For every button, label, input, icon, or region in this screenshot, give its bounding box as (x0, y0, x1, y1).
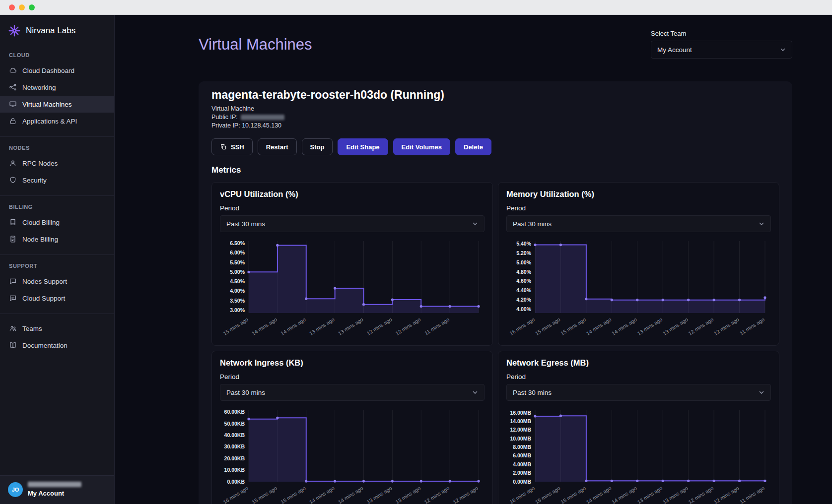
svg-text:60.00KB: 60.00KB (224, 409, 245, 415)
close-window-button[interactable] (9, 4, 15, 10)
period-select[interactable]: Past 30 mins (220, 384, 485, 401)
sidebar-item-virtual-machines[interactable]: Virtual Machines (0, 96, 114, 113)
svg-text:14 mins ago: 14 mins ago (251, 316, 278, 336)
period-select[interactable]: Past 30 mins (220, 215, 485, 232)
sidebar-item-teams[interactable]: Teams (0, 320, 114, 337)
document-icon (9, 341, 17, 349)
sidebar-item-applications-api[interactable]: Applications & API (0, 113, 114, 129)
sidebar-item-label: Virtual Machines (22, 101, 72, 108)
sidebar-item-rpc-nodes[interactable]: RPC Nodes (0, 155, 114, 172)
brand[interactable]: Nirvana Labs (0, 15, 114, 44)
sidebar-item-label: Cloud Support (22, 295, 65, 302)
copy-icon (220, 143, 227, 150)
chart-title: Memory Utilization (%) (506, 189, 771, 199)
vm-detail-panel: magenta-terabyte-rooster-h03do (Running)… (199, 81, 792, 504)
period-label: Period (506, 373, 771, 380)
shield-icon (9, 176, 17, 184)
svg-text:14 mins ago: 14 mins ago (611, 316, 638, 336)
chevron-down-icon (472, 221, 478, 227)
chevron-down-icon (759, 389, 764, 395)
delete-button[interactable]: Delete (455, 138, 491, 155)
sidebar-item-security[interactable]: Security (0, 172, 114, 189)
minimize-window-button[interactable] (19, 4, 25, 10)
private-ip-line: Private IP: 10.128.45.130 (211, 122, 779, 130)
ssh-button[interactable]: SSH (211, 138, 253, 155)
period-label: Period (506, 204, 771, 212)
svg-text:12 mins ago: 12 mins ago (452, 485, 479, 504)
chart-title: Network Ingress (KB) (220, 358, 485, 368)
svg-text:4.00MB: 4.00MB (513, 461, 531, 467)
edit-shape-button[interactable]: Edit Shape (338, 138, 388, 155)
sidebar: Nirvana Labs CLOUD Cloud Dashboard Netwo… (0, 15, 115, 504)
svg-text:12 mins ago: 12 mins ago (366, 316, 393, 336)
svg-text:3.00%: 3.00% (230, 307, 245, 313)
team-select-value: My Account (657, 46, 692, 54)
svg-text:10.00KB: 10.00KB (224, 467, 245, 473)
svg-text:50.00KB: 50.00KB (224, 421, 245, 427)
sidebar-item-documentation[interactable]: Documentation (0, 337, 114, 354)
svg-text:11 mins ago: 11 mins ago (423, 316, 450, 336)
period-select[interactable]: Past 30 mins (506, 384, 771, 401)
team-select[interactable]: My Account (651, 41, 792, 59)
svg-text:4.20%: 4.20% (516, 297, 531, 303)
chat-icon (9, 294, 17, 302)
sidebar-item-label: Node Billing (22, 236, 58, 243)
svg-text:15 mins ago: 15 mins ago (222, 316, 249, 336)
avatar: JO (8, 482, 23, 497)
period-select[interactable]: Past 30 mins (506, 215, 771, 232)
svg-text:6.50%: 6.50% (230, 240, 245, 246)
sidebar-item-label: Documentation (22, 342, 68, 349)
sidebar-item-node-billing[interactable]: Node Billing (0, 231, 114, 248)
account-label: My Account (28, 490, 81, 497)
restart-button[interactable]: Restart (258, 138, 297, 155)
svg-text:12 mins ago: 12 mins ago (713, 485, 740, 504)
svg-text:13 mins ago: 13 mins ago (636, 485, 663, 504)
network-icon (9, 83, 17, 91)
period-label: Period (220, 204, 485, 212)
chart-title: vCPU Utilization (%) (220, 189, 485, 199)
chart-title: Network Egress (MB) (506, 358, 771, 368)
account-menu[interactable]: JO My Account (0, 475, 114, 504)
svg-text:12 mins ago: 12 mins ago (687, 316, 714, 336)
svg-text:11 mins ago: 11 mins ago (739, 316, 765, 336)
svg-text:4.40%: 4.40% (516, 287, 531, 293)
svg-text:14 mins ago: 14 mins ago (279, 316, 307, 336)
chart-card-ingress: Network Ingress (KB) Period Past 30 mins… (211, 351, 493, 504)
sidebar-item-label: Cloud Dashboard (22, 67, 74, 74)
sidebar-item-nodes-support[interactable]: Nodes Support (0, 273, 114, 290)
svg-text:13 mins ago: 13 mins ago (662, 316, 689, 336)
sidebar-item-networking[interactable]: Networking (0, 79, 114, 96)
stop-button[interactable]: Stop (302, 138, 333, 155)
sidebar-item-label: Nodes Support (22, 278, 67, 285)
chart-canvas-vcpu: 6.50%6.00%5.50%5.00%4.50%4.00%3.50%3.00%… (220, 237, 485, 338)
sidebar-item-cloud-billing[interactable]: Cloud Billing (0, 214, 114, 231)
public-ip-label: Public IP: (211, 113, 238, 122)
section-label-support: SUPPORT (0, 255, 114, 273)
vm-name-heading: magenta-terabyte-rooster-h03do (Running) (211, 88, 779, 102)
svg-text:0.00MB: 0.00MB (513, 479, 531, 485)
svg-text:16.00MB: 16.00MB (510, 410, 531, 416)
svg-text:6.00MB: 6.00MB (513, 452, 531, 458)
svg-text:16 mins ago: 16 mins ago (508, 485, 536, 504)
svg-text:14 mins ago: 14 mins ago (585, 485, 613, 504)
maximize-window-button[interactable] (29, 4, 35, 10)
lock-icon (9, 117, 17, 125)
svg-text:4.80%: 4.80% (516, 269, 531, 275)
svg-text:14 mins ago: 14 mins ago (337, 485, 364, 504)
cloud-icon (9, 66, 17, 74)
receipt-icon (9, 235, 17, 243)
svg-text:13 mins ago: 13 mins ago (636, 316, 663, 336)
edit-volumes-button[interactable]: Edit Volumes (393, 138, 450, 155)
book-icon (9, 218, 17, 226)
sidebar-item-cloud-support[interactable]: Cloud Support (0, 290, 114, 307)
svg-text:40.00KB: 40.00KB (224, 432, 245, 438)
svg-text:12 mins ago: 12 mins ago (394, 316, 421, 336)
section-label-billing: BILLING (0, 196, 114, 214)
svg-text:16 mins ago: 16 mins ago (222, 485, 249, 504)
svg-text:5.00%: 5.00% (516, 259, 531, 265)
sidebar-item-label: RPC Nodes (22, 160, 58, 167)
svg-text:14.00MB: 14.00MB (510, 418, 531, 424)
sidebar-item-cloud-dashboard[interactable]: Cloud Dashboard (0, 62, 114, 79)
svg-text:13 mins ago: 13 mins ago (308, 316, 336, 336)
sidebar-item-label: Cloud Billing (22, 219, 60, 226)
